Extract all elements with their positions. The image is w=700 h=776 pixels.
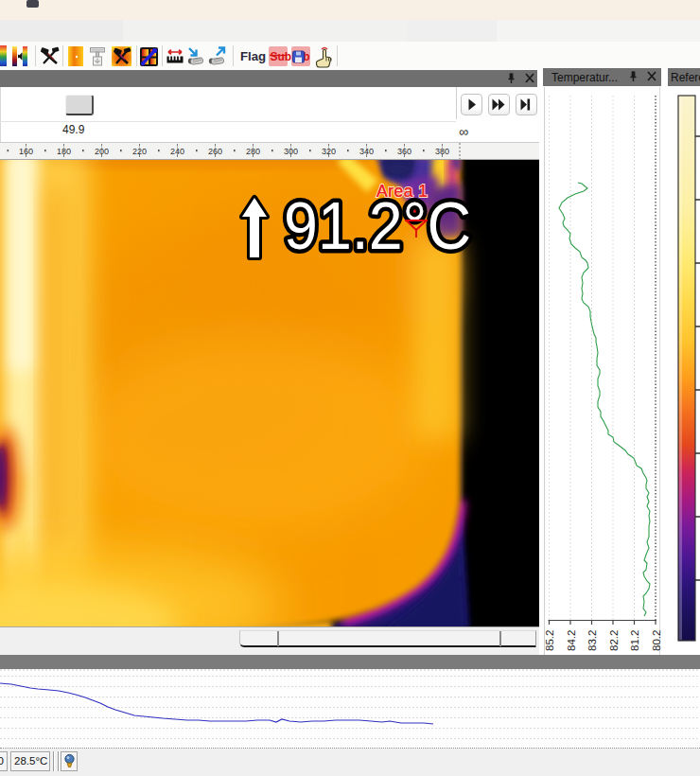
- svg-text:84.2: 84.2: [566, 630, 577, 651]
- svg-text:91.2°C: 91.2°C: [284, 189, 471, 263]
- svg-text:260: 260: [208, 147, 222, 156]
- svg-text:80.2: 80.2: [651, 630, 662, 651]
- svg-text:360: 360: [397, 147, 411, 156]
- svg-text:Sub: Sub: [271, 50, 292, 63]
- svg-text:240: 240: [170, 147, 184, 156]
- svg-text:320: 320: [322, 147, 336, 156]
- svg-text:82.2: 82.2: [608, 630, 620, 651]
- svg-text:85.2: 85.2: [544, 630, 555, 651]
- svg-text:81.2: 81.2: [629, 630, 640, 651]
- svg-text:180: 180: [57, 147, 71, 156]
- svg-text:160: 160: [19, 147, 33, 156]
- svg-text:Flag: Flag: [240, 49, 266, 63]
- svg-text:280: 280: [246, 147, 260, 156]
- svg-text:300: 300: [284, 147, 298, 156]
- svg-text:83.2: 83.2: [586, 630, 598, 651]
- svg-text:380: 380: [435, 147, 449, 156]
- svg-text:220: 220: [132, 147, 147, 156]
- svg-text:340: 340: [359, 147, 374, 156]
- svg-text:200: 200: [95, 147, 109, 156]
